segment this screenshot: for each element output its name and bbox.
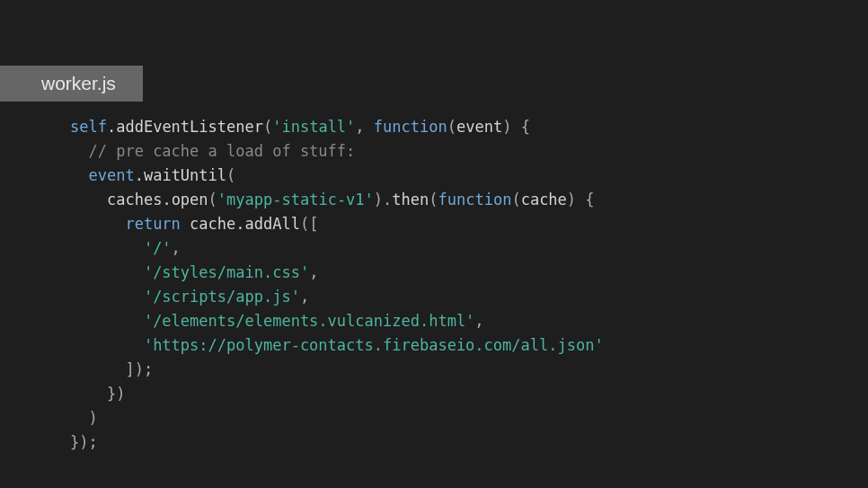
code-token: cache <box>190 215 235 233</box>
code-token <box>70 263 144 281</box>
code-token: ) { <box>567 191 595 209</box>
code-token: ). <box>374 191 392 209</box>
code-token: event <box>456 118 502 136</box>
code-line: return cache.addAll([ <box>70 212 604 236</box>
code-token: addEventListener <box>116 118 263 136</box>
code-token: ( <box>208 191 217 209</box>
code-token: '/elements/elements.vulcanized.html' <box>144 312 474 330</box>
code-token: '/' <box>144 239 172 257</box>
code-token: addAll <box>245 215 300 233</box>
code-line: 'https://polymer-contacts.firebaseio.com… <box>70 333 604 358</box>
code-token: function <box>438 191 512 209</box>
code-token: // pre cache a load of stuff: <box>88 142 355 160</box>
code-token: caches <box>107 191 162 209</box>
code-token: , <box>172 239 181 257</box>
code-token: ([ <box>300 215 318 233</box>
code-token: . <box>162 191 171 209</box>
code-token: ( <box>447 118 456 136</box>
code-line: '/scripts/app.js', <box>70 285 604 309</box>
code-token: , <box>474 312 483 330</box>
code-token: , <box>355 118 373 136</box>
code-token: ) <box>70 409 98 427</box>
file-tab-label: worker.js <box>41 73 116 93</box>
code-token <box>70 166 88 184</box>
code-token <box>181 215 190 233</box>
code-token: waitUntil <box>144 166 226 184</box>
code-line: '/', <box>70 236 604 261</box>
code-line: self.addEventListener('install', functio… <box>70 115 604 139</box>
code-token <box>70 288 144 306</box>
code-token: then <box>392 191 429 209</box>
code-line: ) <box>70 406 604 430</box>
file-tab[interactable]: worker.js <box>0 66 143 102</box>
code-token: ( <box>511 191 520 209</box>
code-token: }); <box>70 433 98 451</box>
code-token: ( <box>263 118 272 136</box>
code-token <box>70 142 88 160</box>
code-token: }) <box>70 385 125 403</box>
code-line: '/elements/elements.vulcanized.html', <box>70 309 604 333</box>
code-token: 'install' <box>272 118 355 136</box>
code-token: cache <box>521 191 567 209</box>
code-line: event.waitUntil( <box>70 164 604 188</box>
code-token: '/styles/main.css' <box>144 263 309 281</box>
code-token: ( <box>429 191 438 209</box>
code-token: function <box>374 118 447 136</box>
code-line: '/styles/main.css', <box>70 261 604 285</box>
code-token: ]); <box>70 360 153 378</box>
code-token: 'https://polymer-contacts.firebaseio.com… <box>144 336 604 354</box>
code-line: // pre cache a load of stuff: <box>70 139 604 164</box>
code-token: return <box>125 215 180 233</box>
code-editor[interactable]: self.addEventListener('install', functio… <box>70 115 604 455</box>
code-token: , <box>300 288 309 306</box>
code-token <box>70 239 144 257</box>
code-token: . <box>107 118 116 136</box>
code-token: open <box>172 191 208 209</box>
code-token: '/scripts/app.js' <box>144 288 300 306</box>
code-token: event <box>88 166 134 184</box>
code-token <box>70 336 144 354</box>
code-token: 'myapp-static-v1' <box>217 191 374 209</box>
code-line: }) <box>70 382 604 406</box>
code-token <box>70 215 125 233</box>
code-token: . <box>135 166 144 184</box>
code-token: ( <box>226 166 235 184</box>
code-token: ) { <box>502 118 530 136</box>
code-token <box>70 191 107 209</box>
code-token <box>70 312 144 330</box>
code-line: ]); <box>70 358 604 382</box>
code-token: , <box>309 263 318 281</box>
code-token: self <box>70 118 107 136</box>
code-line: }); <box>70 430 604 455</box>
code-line: caches.open('myapp-static-v1').then(func… <box>70 188 604 212</box>
code-token: . <box>235 215 244 233</box>
